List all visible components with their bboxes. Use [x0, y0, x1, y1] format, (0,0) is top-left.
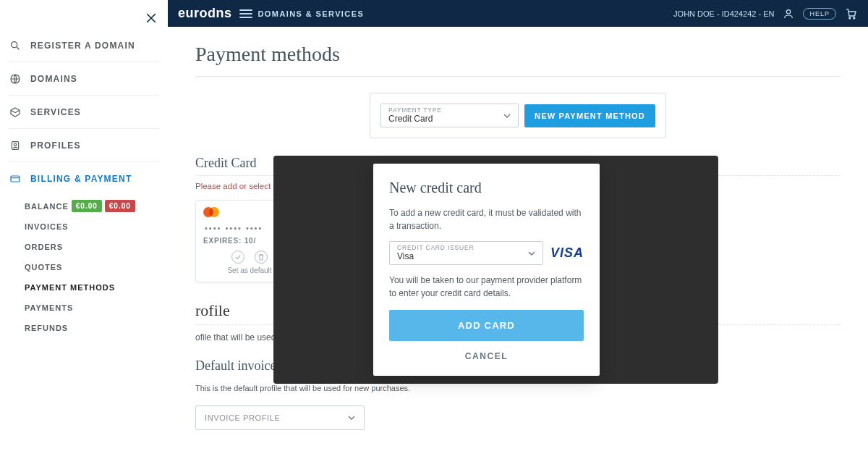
menu-icon[interactable] [239, 9, 252, 19]
sidebar-item-domains[interactable]: DOMAINS [9, 62, 159, 96]
check-icon[interactable] [231, 251, 244, 264]
card-issuer-select[interactable]: CREDIT CARD ISSUER Visa [389, 241, 543, 265]
chevron-down-icon [528, 250, 535, 257]
topbar-right: JOHN DOE - ID424242 - EN HELP [673, 7, 858, 20]
modal-note: You will be taken to our payment provide… [389, 274, 584, 300]
page-title: Payment methods [195, 43, 841, 77]
payment-type-label: PAYMENT TYPE [388, 106, 511, 114]
svg-point-6 [14, 143, 16, 146]
chevron-down-icon [348, 414, 355, 421]
svg-point-1 [849, 17, 851, 18]
subnav-invoices[interactable]: INVOICES [25, 217, 159, 237]
balance-badge-green: €0.00 [72, 200, 102, 212]
balance-badge-red: €0.00 [105, 200, 135, 212]
svg-point-0 [787, 9, 791, 13]
sidebar-item-services[interactable]: SERVICES [9, 96, 159, 129]
payment-type-value: Credit Card [388, 114, 511, 124]
globe-icon [9, 72, 22, 85]
sidebar-subnav: BALANCE €0.00 €0.00 INVOICES ORDERS QUOT… [9, 196, 159, 338]
topbar: euroDNS DOMAINS & SERVICES JOHN DOE - ID… [168, 0, 868, 27]
subnav-orders[interactable]: ORDERS [25, 237, 159, 257]
sidebar-item-register[interactable]: REGISTER A DOMAIN [9, 29, 159, 62]
trash-icon[interactable] [255, 251, 268, 264]
subnav-quotes[interactable]: QUOTES [25, 257, 159, 277]
sidebar-item-label: BILLING & PAYMENT [30, 174, 132, 184]
add-card-button[interactable]: ADD CARD [389, 310, 584, 341]
invoice-profile-placeholder: INVOICE PROFILE [205, 413, 280, 422]
issuer-label: CREDIT CARD ISSUER [397, 244, 535, 251]
visa-icon: VISA [550, 245, 584, 261]
account-icon[interactable] [783, 8, 794, 20]
default-invoice-desc: This is the default profile that will be… [195, 382, 841, 395]
cancel-button[interactable]: CANCEL [389, 351, 584, 361]
box-icon [9, 106, 22, 119]
balance-row: BALANCE €0.00 €0.00 [25, 200, 159, 212]
sidebar-item-profiles[interactable]: PROFILES [9, 129, 159, 162]
invoice-profile-select[interactable]: INVOICE PROFILE [195, 405, 365, 430]
svg-point-3 [12, 41, 17, 47]
sidebar: REGISTER A DOMAIN DOMAINS SERVICES PROFI… [0, 0, 168, 454]
chevron-down-icon [503, 112, 511, 119]
new-payment-method-button[interactable]: NEW PAYMENT METHOD [524, 104, 655, 127]
search-icon [9, 39, 22, 52]
help-button[interactable]: HELP [803, 8, 836, 20]
sidebar-item-label: DOMAINS [30, 74, 77, 84]
modal-title: New credit card [389, 180, 584, 196]
sidebar-item-label: REGISTER A DOMAIN [30, 41, 135, 51]
svg-point-2 [854, 17, 855, 18]
sidebar-item-label: PROFILES [30, 140, 81, 151]
issuer-value: Visa [397, 251, 535, 261]
subnav-payment-methods[interactable]: PAYMENT METHODS [25, 277, 159, 298]
sidebar-item-label: SERVICES [30, 107, 81, 117]
balance-label: BALANCE [25, 202, 69, 211]
close-icon[interactable] [145, 12, 158, 25]
card-icon [9, 172, 22, 185]
payment-type-select[interactable]: PAYMENT TYPE Credit Card [380, 104, 519, 127]
user-info[interactable]: JOHN DOE - ID424242 - EN [673, 9, 774, 18]
profile-icon [9, 139, 22, 152]
payment-type-panel: PAYMENT TYPE Credit Card NEW PAYMENT MET… [370, 93, 666, 138]
topnav-label[interactable]: DOMAINS & SERVICES [258, 9, 365, 18]
modal-lead-text: To add a new credit card, it must be val… [389, 206, 584, 232]
subnav-refunds[interactable]: REFUNDS [25, 318, 159, 338]
new-credit-card-modal: New credit card To add a new credit card… [373, 164, 600, 376]
svg-rect-7 [11, 176, 20, 182]
subnav-payments[interactable]: PAYMENTS [25, 298, 159, 318]
cart-icon[interactable] [845, 7, 858, 20]
brand-logo[interactable]: euroDNS [178, 6, 232, 21]
sidebar-item-billing[interactable]: BILLING & PAYMENT [9, 162, 159, 196]
